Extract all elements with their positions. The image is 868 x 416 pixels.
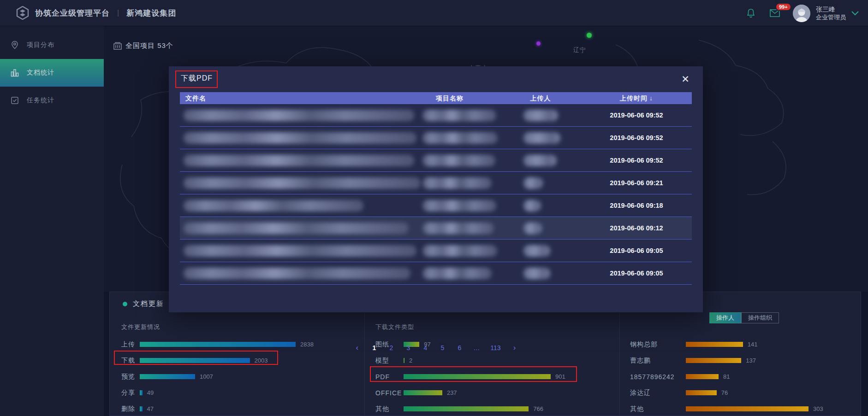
redacted-uploader [523, 245, 550, 257]
notification-bell-icon[interactable] [745, 7, 757, 19]
app-logo-icon [16, 6, 30, 20]
chart-value: 81 [723, 373, 730, 380]
sidebar-item-task-stats[interactable]: 任务统计 [0, 87, 104, 114]
column-header-project[interactable]: 项目名称 [397, 92, 503, 104]
user-role: 企业管理员 [816, 13, 846, 21]
map-pin-icon [10, 41, 19, 50]
table-row[interactable]: 2019-06-06 09:05 [180, 240, 692, 262]
table-row[interactable]: 2019-06-06 09:52 [180, 149, 692, 172]
sidebar-item-document-stats[interactable]: 文档统计 [0, 59, 104, 87]
upload-time: 2019-06-06 09:52 [586, 127, 687, 149]
redacted-project-name [422, 132, 498, 144]
column-header-uploadtime[interactable]: 上传时间↓ [586, 92, 687, 104]
table-row[interactable]: 2019-06-06 09:18 [180, 194, 692, 217]
top-header: 协筑企业级管理平台 | 新鸿建设集团 99+ [0, 0, 868, 26]
redacted-file-name [184, 245, 416, 257]
sidebar-nav: 项目分布 文档统计 任务统计 [0, 26, 104, 416]
redacted-file-name [184, 177, 421, 189]
redacted-uploader [523, 223, 542, 234]
table-row[interactable]: 2019-06-06 09:52 [180, 104, 692, 127]
avatar [793, 5, 810, 22]
redacted-file-name [184, 155, 414, 166]
chart-value: 303 [813, 405, 823, 412]
redacted-file-name [184, 268, 410, 279]
chart-row: 预览1007 [121, 369, 361, 385]
table-row[interactable]: 2019-06-06 09:52 [180, 127, 692, 149]
table-row[interactable]: 2019-06-06 09:12 [180, 217, 692, 240]
chart-file-updates: 文件更新情况 上传2838下载2003预览1007分享49删除47 [121, 323, 361, 416]
chart-operators: 操作人 钢构总部141曹志鹏1371857789624281涂达辽76其他303 [630, 323, 861, 416]
chart-row: 模型2 [375, 352, 615, 369]
redacted-file-name [184, 223, 409, 234]
app-title: 协筑企业级管理平台 [35, 8, 110, 18]
chart-value: 47 [147, 405, 154, 412]
project-marker-purple[interactable] [536, 41, 541, 46]
redacted-project-name [422, 155, 495, 166]
chart-row: 其他303 [630, 401, 861, 416]
chart-value: 766 [533, 405, 543, 412]
chevron-down-icon[interactable] [851, 11, 859, 16]
tab-operator-person[interactable]: 操作人 [709, 312, 741, 323]
messages-envelope-icon[interactable]: 99+ [769, 7, 781, 19]
page-number-2[interactable]: 2 [388, 344, 394, 352]
user-menu[interactable]: 张三峰 企业管理员 [793, 5, 859, 22]
column-header-uploader[interactable]: 上传人 [508, 92, 573, 104]
file-table: 文件名 项目名称 上传人 上传时间↓ 2019-06-06 09:522019-… [180, 92, 692, 285]
chart-value: 2003 [255, 357, 268, 364]
chart-value: 137 [746, 357, 756, 364]
project-marker-green[interactable] [587, 33, 592, 38]
redacted-file-name [184, 200, 363, 211]
column-header-filename[interactable]: 文件名 [185, 92, 206, 104]
page-number-3[interactable]: 3 [405, 344, 411, 352]
table-row[interactable]: 2019-06-06 09:21 [180, 172, 692, 194]
chart-bar [686, 406, 809, 411]
page-number-5[interactable]: 5 [439, 344, 446, 352]
upload-time: 2019-06-06 09:12 [586, 217, 687, 240]
modal-title: 下载PDF [181, 74, 213, 83]
chart-bar [686, 390, 717, 395]
upload-time: 2019-06-06 09:18 [586, 194, 687, 217]
redacted-project-name [422, 200, 496, 211]
upload-time: 2019-06-06 09:05 [586, 262, 687, 285]
chart-category-label: 涂达辽 [630, 389, 686, 397]
page-number-1[interactable]: 1 [371, 344, 377, 352]
unread-count-badge: 99+ [775, 3, 791, 11]
close-icon[interactable]: ✕ [679, 73, 692, 86]
chart-category-label: 其他 [630, 405, 686, 413]
tab-operator-org[interactable]: 操作组织 [741, 312, 779, 323]
chart-bar [686, 374, 719, 379]
chart-value: 49 [147, 389, 154, 396]
redacted-uploader [523, 155, 557, 166]
section-dot-icon [123, 302, 127, 306]
national-project-count: 全国项目 53个 [125, 41, 173, 50]
chart-category-label: 模型 [375, 357, 404, 365]
table-header-row: 文件名 项目名称 上传人 上传时间↓ [180, 92, 692, 104]
redacted-project-name [422, 223, 494, 234]
next-page-icon[interactable]: › [511, 345, 518, 351]
redacted-file-name [184, 110, 414, 121]
user-name: 张三峰 [816, 6, 846, 13]
chart-bar [686, 342, 743, 347]
chart-category-label: OFFICE [375, 389, 404, 397]
chart-bar [140, 390, 143, 395]
page-number-…[interactable]: … [473, 344, 480, 352]
page-number-6[interactable]: 6 [456, 344, 463, 352]
page-number-113[interactable]: 113 [490, 344, 500, 352]
table-row[interactable]: 2019-06-06 09:05 [180, 262, 692, 285]
page-number-4[interactable]: 4 [422, 344, 428, 352]
chart-category-label: 下载 [121, 357, 140, 365]
chart-row: 其他766 [375, 401, 615, 416]
bar-chart-icon [10, 68, 19, 77]
sidebar-item-project-distribution[interactable]: 项目分布 [0, 31, 104, 59]
upload-time: 2019-06-06 09:52 [586, 149, 687, 172]
file-table-rows: 2019-06-06 09:522019-06-06 09:522019-06-… [180, 104, 692, 285]
prev-page-icon[interactable]: ‹ [354, 345, 360, 351]
chart-row: PDF901 [375, 369, 615, 385]
section-title: 文档更新 [133, 299, 164, 308]
redacted-project-name [422, 110, 496, 121]
redacted-uploader [523, 132, 560, 144]
chart-category-label: PDF [375, 373, 404, 381]
sort-desc-icon[interactable]: ↓ [649, 94, 653, 102]
upload-time: 2019-06-06 09:52 [586, 104, 687, 127]
chart-value: 76 [721, 389, 728, 396]
